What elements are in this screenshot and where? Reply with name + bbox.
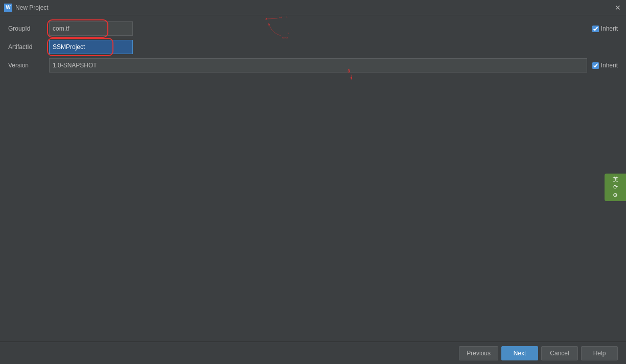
title-bar: W New Project ✕ — [0, 0, 626, 15]
groupid-row: GroupId Inherit — [8, 21, 618, 36]
lang-icon2: ⚙ — [607, 191, 624, 199]
version-row: Version Inherit — [8, 58, 618, 72]
app-icon: W — [4, 4, 12, 12]
main-content: GroupId Inherit ArtifactId Version Inher… — [0, 15, 626, 83]
version-inherit-label: Inherit — [601, 62, 618, 69]
cancel-button[interactable]: Cancel — [541, 346, 578, 360]
artifactid-input[interactable] — [49, 40, 133, 54]
lang-widget[interactable]: 英 ⟳ ⚙ — [605, 174, 626, 201]
version-inherit: Inherit — [592, 62, 618, 69]
artifactid-row: ArtifactId — [8, 40, 618, 54]
next-button[interactable]: Next — [501, 346, 538, 360]
annotation-label-baoming: 包名 — [279, 16, 282, 18]
groupid-label: GroupId — [8, 25, 49, 32]
artifactid-input-wrapper — [49, 40, 618, 54]
artifactid-label: ArtifactId — [8, 43, 49, 51]
svg-text:1: 1 — [287, 16, 288, 18]
groupid-input[interactable] — [49, 21, 133, 36]
previous-button[interactable]: Previous — [459, 346, 498, 360]
window-title: New Project — [15, 4, 49, 11]
close-button[interactable]: ✕ — [615, 4, 621, 11]
groupid-inherit-label: Inherit — [601, 25, 618, 32]
arrow-baoming — [265, 18, 277, 19]
groupid-inherit-checkbox[interactable] — [592, 26, 599, 32]
version-input[interactable] — [49, 58, 587, 72]
button-bar: Previous Next Cancel Help — [0, 342, 626, 364]
version-label: Version — [8, 62, 49, 69]
groupid-inherit: Inherit — [592, 25, 618, 32]
version-inherit-checkbox[interactable] — [592, 62, 599, 69]
groupid-input-wrapper — [49, 21, 587, 36]
lang-icon1: ⟳ — [607, 183, 624, 191]
lang-text: 英 — [607, 176, 624, 183]
annotation-label-xiangmu: 项目名称 — [282, 37, 288, 39]
help-button[interactable]: Help — [581, 346, 618, 360]
